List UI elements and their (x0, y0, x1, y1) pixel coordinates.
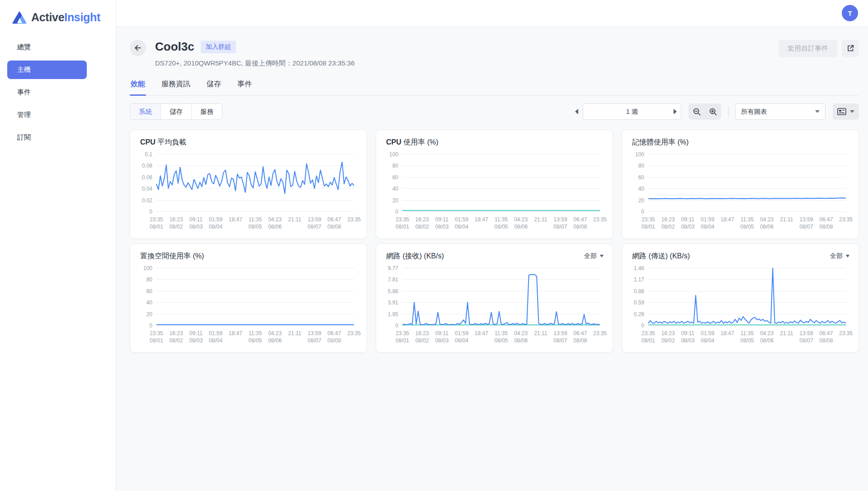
y-axis-label: 5.86 (378, 288, 398, 295)
x-axis-label: 01:5908/04 (209, 330, 222, 344)
x-axis-label: 13:5908/07 (554, 216, 567, 230)
y-axis-label: 60 (132, 288, 152, 295)
y-axis-label: 7.81 (378, 276, 398, 283)
chart-filter-select[interactable]: 所有圖表 (735, 103, 826, 120)
tab-bar: 效能服務資訊儲存事件 (130, 79, 859, 96)
x-axis-labels: 23:3508/0116:2308/0209:1108/0301:5908/04… (648, 330, 846, 348)
chart-gridline (156, 211, 354, 212)
x-axis-label: 23:3508/01 (396, 216, 409, 230)
sidebar: ActiveInsight 總覽主機事件管理訂閱 (0, 0, 116, 491)
chevron-down-icon (850, 110, 854, 113)
x-axis-label: 16:2308/02 (415, 330, 429, 344)
time-next-button[interactable] (674, 109, 677, 114)
external-link-icon (846, 44, 854, 52)
user-avatar[interactable]: T (842, 5, 858, 21)
y-axis-label: 0.02 (132, 197, 152, 204)
x-axis-label: 06:4708/08 (819, 216, 833, 230)
chart-card-2: 記憶體使用率 (%)10080604020023:3508/0116:2308/… (622, 130, 859, 239)
series-cpu-usage (402, 210, 600, 211)
sidebar-item-0[interactable]: 總覽 (0, 38, 116, 56)
zoom-in-button[interactable] (705, 103, 721, 120)
x-axis-label: 18:47 (229, 216, 242, 223)
y-axis-label: 40 (378, 186, 398, 192)
charts-grid: CPU 平均負載0.10.080.060.040.02023:3508/0116… (130, 130, 859, 353)
x-axis-label: 01:5908/04 (701, 330, 714, 344)
page-header: Cool3c 加入群組 DS720+, 2010QWR5PY4BC, 最後上傳時… (130, 27, 859, 68)
chart-title: CPU 使用率 (%) (386, 138, 439, 147)
x-axis-label: 23:35 (593, 330, 607, 337)
join-group-badge[interactable]: 加入群組 (201, 41, 236, 53)
x-axis-label: 16:2308/02 (170, 330, 183, 344)
time-range-input[interactable]: 1 週 (583, 103, 681, 120)
chart-toolbar: 系統儲存服務 1 週 (130, 103, 859, 120)
x-axis-label: 11:3508/05 (248, 216, 262, 230)
x-axis-label: 13:5908/07 (554, 330, 567, 344)
x-axis-label: 23:35 (839, 216, 853, 223)
layout-grid-button[interactable] (833, 103, 859, 120)
sidebar-item-2[interactable]: 事件 (0, 83, 116, 102)
zoom-out-icon (693, 108, 701, 116)
chart-card-4: 網路 (接收) (KB/s)全部9.777.815.863.911.95023:… (376, 243, 613, 353)
x-axis-label: 11:3508/05 (494, 330, 508, 344)
grid-layout-icon (837, 108, 846, 115)
x-axis-labels: 23:3508/0116:2308/0209:1108/0301:5908/04… (156, 330, 354, 348)
back-button[interactable] (130, 40, 146, 56)
time-prev-button[interactable] (573, 107, 580, 116)
y-axis-label: 9.77 (378, 265, 398, 271)
x-axis-label: 04:2308/06 (514, 330, 528, 344)
x-axis-label: 23:35 (347, 330, 361, 337)
zoom-button-group (689, 103, 721, 120)
y-axis-label: 60 (378, 174, 398, 181)
x-axis-label: 23:35 (593, 216, 607, 223)
chart-interface-filter[interactable]: 全部 (584, 252, 604, 260)
tab-2[interactable]: 儲存 (206, 79, 222, 95)
y-axis-label: 1.95 (378, 311, 398, 318)
chart-gridline (402, 211, 600, 212)
category-filter-group: 系統儲存服務 (130, 103, 222, 120)
x-axis-label: 04:2308/06 (268, 216, 282, 230)
x-axis-label: 18:47 (475, 216, 488, 223)
chart-plot-area: 100806040200 (156, 268, 354, 325)
external-link-button[interactable] (842, 40, 859, 57)
chart-line-svg (402, 154, 600, 211)
x-axis-label: 06:4708/08 (327, 330, 341, 344)
category-filter-0[interactable]: 系統 (130, 104, 160, 119)
y-axis-label: 100 (378, 151, 398, 158)
x-axis-label: 23:35 (347, 216, 361, 223)
tab-1[interactable]: 服務資訊 (160, 79, 191, 95)
sidebar-nav: 總覽主機事件管理訂閱 (0, 28, 116, 147)
zoom-out-button[interactable] (689, 103, 705, 120)
x-axis-label: 01:5908/04 (701, 216, 714, 230)
y-axis-label: 40 (132, 299, 152, 306)
x-axis-label: 21:11 (288, 330, 301, 337)
category-filter-1[interactable]: 儲存 (160, 104, 191, 119)
sidebar-item-3[interactable]: 管理 (0, 106, 116, 124)
x-axis-label: 01:5908/04 (209, 216, 222, 230)
chart-card-1: CPU 使用率 (%)10080604020023:3508/0116:2308… (376, 130, 613, 239)
chevron-down-icon (815, 110, 820, 113)
y-axis-label: 0 (624, 209, 644, 215)
y-axis-label: 80 (132, 276, 152, 283)
category-filter-2[interactable]: 服務 (191, 104, 222, 119)
chart-title: 記憶體使用率 (%) (632, 138, 689, 147)
chart-line-svg (648, 268, 846, 325)
chart-title: 網路 (接收) (KB/s) (386, 252, 444, 261)
chart-interface-filter[interactable]: 全部 (830, 252, 849, 260)
y-axis-label: 20 (132, 311, 152, 318)
tab-3[interactable]: 事件 (236, 79, 253, 95)
device-subtitle: DS720+, 2010QWR5PY4BC, 最後上傳時間：2021/08/08… (155, 59, 778, 68)
x-axis-label: 21:11 (534, 330, 547, 337)
y-axis-label: 0.1 (132, 151, 152, 158)
series-network-tx (648, 268, 846, 323)
sidebar-item-4[interactable]: 訂閱 (0, 128, 116, 147)
sidebar-item-1[interactable]: 主機 (7, 61, 87, 79)
chart-title: 網路 (傳送) (KB/s) (632, 252, 690, 261)
x-axis-label: 06:4708/08 (327, 216, 341, 230)
series-load-average (156, 162, 354, 194)
x-axis-label: 09:1108/03 (681, 330, 694, 344)
series-memory-usage (648, 198, 846, 199)
apply-custom-event-button[interactable]: 套用自訂事件 (778, 40, 837, 57)
tab-0[interactable]: 效能 (130, 79, 146, 95)
app-logo[interactable]: ActiveInsight (0, 0, 116, 28)
chart-gridline (648, 211, 846, 212)
